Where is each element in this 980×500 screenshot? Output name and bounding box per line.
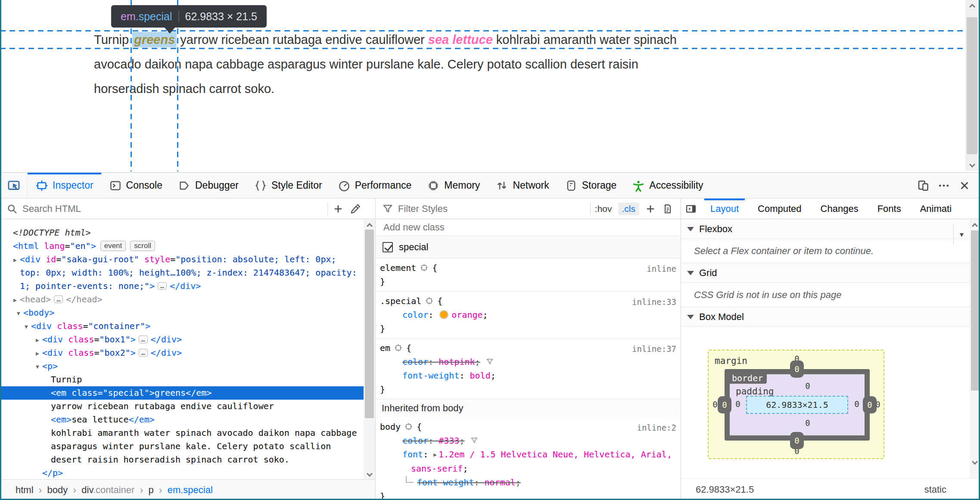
twisty-expanded-icon[interactable]: ▼: [33, 360, 42, 373]
sidebar-tab-fonts[interactable]: Fonts: [868, 199, 911, 219]
tab-accessibility[interactable]: Accessibility: [624, 173, 711, 198]
css-property-name[interactable]: color: [402, 310, 428, 320]
markup-row-selected[interactable]: <em class="special">greens</em>: [0, 386, 375, 400]
markup-row[interactable]: <em>sea lettuce</em>: [0, 413, 375, 426]
markup-row[interactable]: yarrow ricebean rutabaga endive cauliflo…: [0, 400, 375, 413]
layout-scrollbar[interactable]: [970, 219, 980, 478]
breadcrumb-item-em-special[interactable]: em.special: [168, 484, 213, 496]
scroll-down-arrow-icon[interactable]: [364, 468, 375, 479]
responsive-design-mode-icon[interactable]: [913, 173, 933, 198]
rule-source-link[interactable]: inline: [647, 262, 676, 276]
tab-inspector[interactable]: Inspector: [28, 173, 101, 198]
box-model-content-box[interactable]: 62.9833×21.5: [746, 396, 848, 414]
meatball-menu-icon[interactable]: [933, 173, 954, 198]
markup-row[interactable]: kohlrabi amaranth water spinach avocado …: [0, 426, 375, 440]
tab-memory[interactable]: Memory: [419, 173, 488, 198]
css-property-value[interactable]: #333: [439, 435, 459, 446]
eyedropper-icon[interactable]: [347, 200, 364, 217]
expand-ellipsis-icon[interactable]: …: [158, 282, 167, 290]
tab-debugger[interactable]: Debugger: [170, 173, 246, 198]
twisty-collapsed-icon[interactable]: ▶: [10, 253, 20, 267]
twisty-expanded-icon[interactable]: ▼: [14, 307, 23, 320]
all-tabs-menu-icon[interactable]: ▼: [953, 224, 970, 245]
border-left-value[interactable]: 0: [718, 396, 731, 413]
print-media-simulation-icon[interactable]: [659, 200, 676, 217]
search-input[interactable]: Search HTML: [22, 203, 326, 214]
border-bottom-value[interactable]: 0: [790, 432, 804, 449]
box-model-section-header[interactable]: Box Model: [681, 307, 980, 327]
expand-ellipsis-icon[interactable]: …: [54, 295, 63, 303]
css-property-value[interactable]: hotpink: [439, 357, 475, 367]
markup-row[interactable]: <html lang="en">eventscroll: [0, 239, 375, 253]
overridden-filter-icon[interactable]: [485, 356, 494, 365]
scroll-down-arrow-icon[interactable]: [970, 456, 980, 467]
markup-row[interactable]: </p>: [0, 466, 375, 479]
padding-bottom-value[interactable]: 0: [802, 418, 813, 428]
event-badge[interactable]: scroll: [130, 241, 155, 251]
rule-source-link[interactable]: inline:2: [637, 421, 676, 435]
add-new-class-input[interactable]: Add new class: [376, 219, 681, 236]
twisty-expanded-icon[interactable]: ▼: [22, 320, 31, 333]
event-badge[interactable]: event: [100, 241, 126, 251]
css-declaration[interactable]: font: ▶1.2em / 1.5 Helvetica Neue, Helve…: [380, 447, 681, 462]
markup-row[interactable]: top: 0px; width: 100%; height…100%; z-in…: [0, 266, 375, 280]
css-property-value[interactable]: bold: [470, 370, 491, 381]
selector-highlighter-icon[interactable]: [394, 342, 403, 351]
tab-styleeditor[interactable]: Style Editor: [246, 173, 330, 198]
selector-highlighter-icon[interactable]: [425, 295, 434, 304]
css-property-name[interactable]: font-weight: [402, 370, 459, 381]
expand-ellipsis-icon[interactable]: …: [139, 335, 148, 343]
border-top-value[interactable]: 0: [790, 360, 804, 378]
css-property-value[interactable]: sans-serif: [411, 463, 463, 474]
rule-source-link[interactable]: inline:37: [632, 342, 676, 356]
markup-row[interactable]: ▶<div class="box1">…</div>: [0, 333, 375, 346]
grid-section-header[interactable]: Grid: [681, 263, 980, 283]
breadcrumb-item-body[interactable]: body: [47, 484, 68, 496]
tab-network[interactable]: Network: [488, 173, 557, 198]
padding-top-value[interactable]: 0: [802, 381, 813, 391]
expand-ellipsis-icon[interactable]: …: [139, 349, 148, 357]
padding-right-value[interactable]: 0: [851, 399, 862, 409]
markup-row[interactable]: ▼<p>: [0, 360, 375, 373]
tab-performance[interactable]: Performance: [330, 173, 420, 198]
markup-row[interactable]: asparagus winter purslane kale. Celery p…: [0, 440, 375, 453]
scroll-up-arrow-icon[interactable]: [965, 0, 979, 11]
markup-row[interactable]: ▶<div id="saka-gui-root" style="position…: [0, 253, 375, 266]
markup-row[interactable]: Turnip: [0, 373, 375, 386]
rule-selector[interactable]: em: [380, 343, 390, 353]
layout-scrollbar-thumb[interactable]: [971, 230, 979, 391]
css-declaration[interactable]: color: #333;: [380, 434, 681, 447]
css-property-value[interactable]: orange: [451, 310, 482, 320]
markup-row[interactable]: desert raisin horseradish spinach carrot…: [0, 453, 375, 466]
css-declaration[interactable]: color: orange;: [380, 308, 681, 322]
border-right-value[interactable]: 0: [863, 396, 877, 413]
breadcrumb-item-p[interactable]: p: [148, 484, 153, 496]
markup-scrollbar[interactable]: [364, 219, 375, 479]
toggle-classes-button[interactable]: .cls: [618, 202, 640, 215]
css-property-name[interactable]: font-weight: [417, 477, 474, 488]
markup-row[interactable]: <!DOCTYPE html>: [0, 226, 375, 239]
markup-row[interactable]: ▼<div class="container">: [0, 320, 375, 333]
twisty-collapsed-icon[interactable]: ▶: [33, 333, 42, 347]
css-property-value[interactable]: normal: [485, 477, 516, 488]
page-scrollbar[interactable]: [965, 0, 979, 171]
toggle-pseudo-classes-button[interactable]: :hov: [592, 202, 615, 215]
sidebar-tab-changes[interactable]: Changes: [811, 199, 868, 219]
css-declaration[interactable]: font-weight: bold;: [380, 369, 681, 382]
selector-highlighter-icon[interactable]: [420, 262, 429, 271]
overridden-filter-icon[interactable]: [470, 435, 479, 444]
pick-element-button[interactable]: [0, 173, 28, 198]
twisty-collapsed-icon[interactable]: ▶: [10, 293, 20, 307]
filter-styles-input[interactable]: Filter Styles: [398, 203, 588, 214]
sidebar-toggle-icon[interactable]: [681, 199, 701, 219]
breadcrumb-item-html[interactable]: html: [16, 484, 34, 496]
flexbox-section-header[interactable]: Flexbox: [681, 219, 980, 239]
sidebar-tab-computed[interactable]: Computed: [748, 199, 811, 219]
tab-console[interactable]: Console: [101, 173, 170, 198]
scroll-down-arrow-icon[interactable]: [965, 159, 979, 170]
markup-scrollbar-thumb[interactable]: [365, 230, 374, 418]
sidebar-tab-animati[interactable]: Animati: [911, 199, 961, 219]
rule-selector[interactable]: body: [380, 422, 401, 432]
add-node-button[interactable]: [330, 200, 347, 217]
padding-left-value[interactable]: 0: [732, 399, 744, 409]
